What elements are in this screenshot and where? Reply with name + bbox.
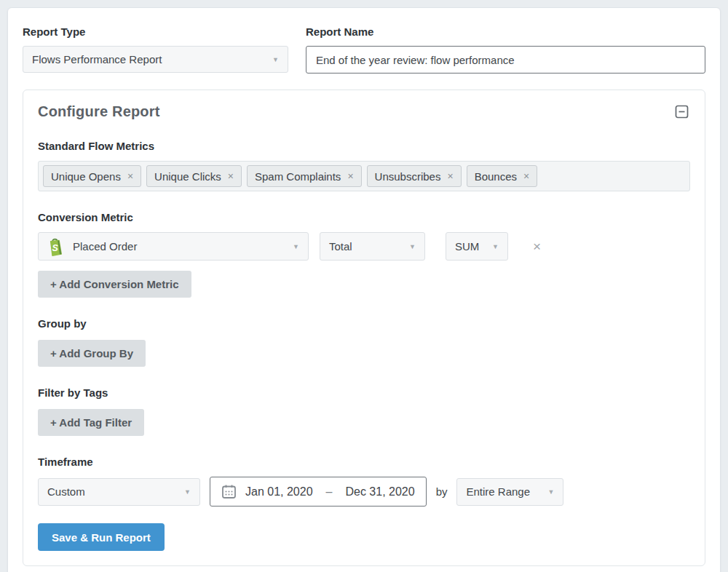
configure-report-title: Configure Report <box>38 103 160 120</box>
end-date-value: Dec 31, 2020 <box>345 485 414 498</box>
report-type-value: Flows Performance Report <box>32 53 162 65</box>
chip-label: Bounces <box>475 170 517 183</box>
chevron-down-icon: ▼ <box>492 243 499 250</box>
standard-flow-metrics-label: Standard Flow Metrics <box>38 140 690 152</box>
chip-label: Unique Opens <box>51 170 121 183</box>
add-tag-filter-button[interactable]: + Add Tag Filter <box>38 409 144 436</box>
report-type-label: Report Type <box>23 25 288 38</box>
configure-report-panel: Configure Report Standard Flow Metrics U… <box>23 90 705 566</box>
metric-chip: Spam Complaints × <box>247 165 362 187</box>
date-range-input[interactable]: Jan 01, 2020 – Dec 31, 2020 <box>210 477 427 507</box>
timeframe-preset-value: Custom <box>47 485 85 498</box>
metric-chip: Bounces × <box>467 165 538 187</box>
svg-text:S: S <box>52 243 58 253</box>
chevron-down-icon: ▼ <box>272 56 279 63</box>
remove-icon[interactable]: × <box>523 171 529 181</box>
calendar-icon <box>221 484 237 499</box>
add-conversion-metric-button[interactable]: + Add Conversion Metric <box>38 271 191 298</box>
measurement-value: Total <box>329 240 352 253</box>
measurement-select[interactable]: Total ▼ <box>320 232 425 261</box>
remove-icon[interactable]: × <box>347 171 353 181</box>
report-type-select[interactable]: Flows Performance Report ▼ <box>23 46 288 73</box>
by-label: by <box>436 485 448 498</box>
remove-icon[interactable]: × <box>447 171 453 181</box>
timeframe-row: Custom ▼ Jan <box>38 477 690 507</box>
shopify-icon: S <box>47 237 64 256</box>
chevron-down-icon: ▼ <box>184 488 191 496</box>
timeframe-label: Timeframe <box>38 456 690 468</box>
conversion-metric-row: S Placed Order ▼ Total ▼ SUM ▼ × <box>38 232 690 261</box>
report-builder-card: Report Type Flows Performance Report ▼ R… <box>7 7 721 572</box>
report-name-input[interactable] <box>306 46 705 74</box>
collapse-panel-button[interactable] <box>673 103 690 120</box>
conversion-metric-value: Placed Order <box>73 240 137 253</box>
chip-label: Unsubscribes <box>375 170 441 183</box>
granularity-select[interactable]: Entire Range ▼ <box>456 478 563 506</box>
chip-label: Unique Clicks <box>154 170 221 183</box>
standard-flow-metrics-input[interactable]: Unique Opens × Unique Clicks × Spam Comp… <box>38 161 690 191</box>
metric-chip: Unsubscribes × <box>367 165 462 187</box>
report-header-row: Report Type Flows Performance Report ▼ R… <box>23 25 705 74</box>
date-range-separator: – <box>322 485 337 498</box>
granularity-value: Entire Range <box>466 485 530 498</box>
metric-chip: Unique Opens × <box>43 165 141 187</box>
chevron-down-icon: ▼ <box>548 488 555 496</box>
aggregate-value: SUM <box>455 240 479 253</box>
metric-chip: Unique Clicks × <box>146 165 242 187</box>
save-and-run-report-button[interactable]: Save & Run Report <box>38 523 165 551</box>
remove-conversion-metric-icon[interactable]: × <box>533 239 541 253</box>
remove-icon[interactable]: × <box>127 171 133 181</box>
minus-square-icon <box>675 105 689 119</box>
start-date-value: Jan 01, 2020 <box>245 485 313 498</box>
report-name-label: Report Name <box>306 25 705 38</box>
group-by-label: Group by <box>38 317 690 330</box>
chip-label: Spam Complaints <box>255 170 341 183</box>
timeframe-preset-select[interactable]: Custom ▼ <box>38 478 200 506</box>
filter-by-tags-label: Filter by Tags <box>38 386 690 399</box>
chevron-down-icon: ▼ <box>409 243 416 250</box>
conversion-metric-label: Conversion Metric <box>38 211 690 223</box>
conversion-metric-select[interactable]: S Placed Order ▼ <box>38 232 309 261</box>
remove-icon[interactable]: × <box>228 171 234 181</box>
add-group-by-button[interactable]: + Add Group By <box>38 340 146 367</box>
chevron-down-icon: ▼ <box>293 243 299 250</box>
aggregate-select[interactable]: SUM ▼ <box>446 232 508 261</box>
